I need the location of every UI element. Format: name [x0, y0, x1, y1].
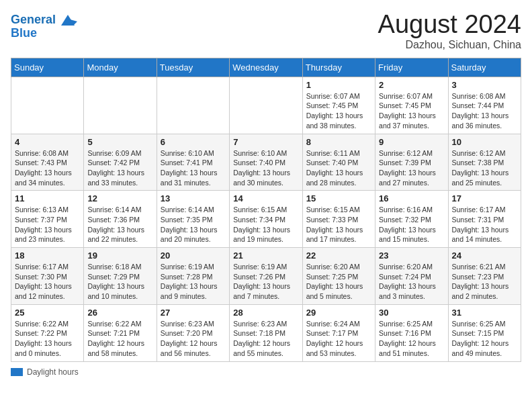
subtitle: Dazhou, Sichuan, China	[378, 39, 521, 51]
day-number: 8	[306, 137, 371, 147]
day-info: Sunrise: 6:14 AMSunset: 7:36 PMDaylight:…	[87, 205, 152, 244]
day-info: Sunrise: 6:20 AMSunset: 7:25 PMDaylight:…	[306, 262, 371, 302]
day-info: Sunrise: 6:15 AMSunset: 7:34 PMDaylight:…	[233, 205, 298, 244]
day-number: 24	[452, 250, 517, 261]
calendar-cell: 16Sunrise: 6:16 AMSunset: 7:32 PMDayligh…	[375, 191, 448, 248]
daylight-label: Daylight hours	[27, 367, 79, 377]
calendar-cell: 10Sunrise: 6:12 AMSunset: 7:38 PMDayligh…	[448, 134, 521, 191]
day-number: 4	[15, 137, 80, 147]
calendar-cell: 19Sunrise: 6:18 AMSunset: 7:29 PMDayligh…	[84, 248, 157, 305]
calendar-cell: 23Sunrise: 6:20 AMSunset: 7:24 PMDayligh…	[375, 248, 448, 305]
calendar-cell: 3Sunrise: 6:08 AMSunset: 7:44 PMDaylight…	[448, 77, 521, 134]
page-header: General Blue August 2024 Dazhou, Sichuan…	[11, 11, 521, 51]
calendar-week-row: 1Sunrise: 6:07 AMSunset: 7:45 PMDaylight…	[11, 77, 521, 134]
logo: General Blue	[11, 11, 77, 40]
logo-icon	[58, 11, 77, 30]
day-info: Sunrise: 6:17 AMSunset: 7:30 PMDaylight:…	[15, 262, 80, 302]
calendar-cell: 18Sunrise: 6:17 AMSunset: 7:30 PMDayligh…	[11, 248, 84, 305]
day-info: Sunrise: 6:10 AMSunset: 7:40 PMDaylight:…	[233, 148, 298, 188]
day-number: 13	[161, 193, 226, 203]
day-info: Sunrise: 6:13 AMSunset: 7:37 PMDaylight:…	[15, 205, 80, 244]
day-info: Sunrise: 6:16 AMSunset: 7:32 PMDaylight:…	[379, 205, 444, 244]
day-number: 7	[233, 137, 298, 147]
calendar-cell: 28Sunrise: 6:23 AMSunset: 7:18 PMDayligh…	[230, 304, 302, 361]
day-number: 26	[87, 308, 152, 318]
day-info: Sunrise: 6:14 AMSunset: 7:35 PMDaylight:…	[161, 205, 226, 244]
calendar-cell	[157, 77, 229, 134]
calendar-week-row: 11Sunrise: 6:13 AMSunset: 7:37 PMDayligh…	[11, 191, 521, 248]
day-info: Sunrise: 6:20 AMSunset: 7:24 PMDaylight:…	[379, 262, 444, 302]
calendar-cell: 17Sunrise: 6:17 AMSunset: 7:31 PMDayligh…	[448, 191, 521, 248]
calendar-day-header: Thursday	[302, 58, 375, 77]
day-info: Sunrise: 6:17 AMSunset: 7:31 PMDaylight:…	[452, 205, 517, 244]
day-number: 18	[15, 250, 80, 261]
calendar-cell: 27Sunrise: 6:23 AMSunset: 7:20 PMDayligh…	[157, 304, 229, 361]
day-number: 14	[233, 193, 298, 203]
calendar-week-row: 4Sunrise: 6:08 AMSunset: 7:43 PMDaylight…	[11, 134, 521, 191]
day-info: Sunrise: 6:25 AMSunset: 7:16 PMDaylight:…	[379, 319, 444, 359]
calendar-cell: 9Sunrise: 6:12 AMSunset: 7:39 PMDaylight…	[375, 134, 448, 191]
day-number: 15	[306, 193, 371, 203]
day-info: Sunrise: 6:12 AMSunset: 7:39 PMDaylight:…	[379, 148, 444, 188]
calendar-cell: 31Sunrise: 6:25 AMSunset: 7:15 PMDayligh…	[448, 304, 521, 361]
daylight-bar-icon	[11, 368, 23, 376]
calendar-cell: 12Sunrise: 6:14 AMSunset: 7:36 PMDayligh…	[84, 191, 157, 248]
day-number: 12	[87, 193, 152, 203]
calendar-cell	[84, 77, 157, 134]
logo-text: General	[11, 13, 56, 27]
day-number: 30	[379, 308, 444, 318]
day-number: 1	[306, 80, 371, 90]
day-number: 9	[379, 137, 444, 147]
calendar-day-header: Sunday	[11, 58, 84, 77]
day-number: 29	[306, 308, 371, 318]
main-title: August 2024	[378, 11, 521, 39]
calendar-day-header: Monday	[84, 58, 157, 77]
day-info: Sunrise: 6:22 AMSunset: 7:21 PMDaylight:…	[87, 319, 152, 359]
day-info: Sunrise: 6:21 AMSunset: 7:23 PMDaylight:…	[452, 262, 517, 302]
calendar-day-header: Tuesday	[157, 58, 229, 77]
day-info: Sunrise: 6:23 AMSunset: 7:20 PMDaylight:…	[161, 319, 226, 359]
day-number: 20	[161, 250, 226, 261]
calendar-cell: 6Sunrise: 6:10 AMSunset: 7:41 PMDaylight…	[157, 134, 229, 191]
calendar-cell: 8Sunrise: 6:11 AMSunset: 7:40 PMDaylight…	[302, 134, 375, 191]
calendar-week-row: 18Sunrise: 6:17 AMSunset: 7:30 PMDayligh…	[11, 248, 521, 305]
calendar-cell: 5Sunrise: 6:09 AMSunset: 7:42 PMDaylight…	[84, 134, 157, 191]
calendar-cell: 30Sunrise: 6:25 AMSunset: 7:16 PMDayligh…	[375, 304, 448, 361]
day-number: 21	[233, 250, 298, 261]
day-number: 25	[15, 308, 80, 318]
calendar-cell: 20Sunrise: 6:19 AMSunset: 7:28 PMDayligh…	[157, 248, 229, 305]
day-number: 28	[233, 308, 298, 318]
footer: Daylight hours	[11, 367, 521, 377]
day-info: Sunrise: 6:23 AMSunset: 7:18 PMDaylight:…	[233, 319, 298, 359]
calendar-cell: 15Sunrise: 6:15 AMSunset: 7:33 PMDayligh…	[302, 191, 375, 248]
day-info: Sunrise: 6:25 AMSunset: 7:15 PMDaylight:…	[452, 319, 517, 359]
day-number: 27	[161, 308, 226, 318]
calendar-header-row: SundayMondayTuesdayWednesdayThursdayFrid…	[11, 58, 521, 77]
day-number: 10	[452, 137, 517, 147]
calendar-week-row: 25Sunrise: 6:22 AMSunset: 7:22 PMDayligh…	[11, 304, 521, 361]
day-info: Sunrise: 6:18 AMSunset: 7:29 PMDaylight:…	[87, 262, 152, 302]
day-number: 31	[452, 308, 517, 318]
calendar-cell: 4Sunrise: 6:08 AMSunset: 7:43 PMDaylight…	[11, 134, 84, 191]
day-info: Sunrise: 6:10 AMSunset: 7:41 PMDaylight:…	[161, 148, 226, 188]
calendar-cell: 29Sunrise: 6:24 AMSunset: 7:17 PMDayligh…	[302, 304, 375, 361]
calendar-cell: 24Sunrise: 6:21 AMSunset: 7:23 PMDayligh…	[448, 248, 521, 305]
calendar-cell: 2Sunrise: 6:07 AMSunset: 7:45 PMDaylight…	[375, 77, 448, 134]
day-info: Sunrise: 6:08 AMSunset: 7:44 PMDaylight:…	[452, 91, 517, 131]
day-number: 2	[379, 80, 444, 90]
day-info: Sunrise: 6:12 AMSunset: 7:38 PMDaylight:…	[452, 148, 517, 188]
day-info: Sunrise: 6:19 AMSunset: 7:28 PMDaylight:…	[161, 262, 226, 302]
day-number: 19	[87, 250, 152, 261]
day-number: 17	[452, 193, 517, 203]
day-info: Sunrise: 6:07 AMSunset: 7:45 PMDaylight:…	[306, 91, 371, 131]
day-number: 6	[161, 137, 226, 147]
day-info: Sunrise: 6:08 AMSunset: 7:43 PMDaylight:…	[15, 148, 80, 188]
day-number: 11	[15, 193, 80, 203]
day-number: 23	[379, 250, 444, 261]
calendar-cell: 13Sunrise: 6:14 AMSunset: 7:35 PMDayligh…	[157, 191, 229, 248]
calendar-cell: 14Sunrise: 6:15 AMSunset: 7:34 PMDayligh…	[230, 191, 302, 248]
calendar-day-header: Friday	[375, 58, 448, 77]
day-info: Sunrise: 6:19 AMSunset: 7:26 PMDaylight:…	[233, 262, 298, 302]
day-number: 3	[452, 80, 517, 90]
calendar-day-header: Saturday	[448, 58, 521, 77]
